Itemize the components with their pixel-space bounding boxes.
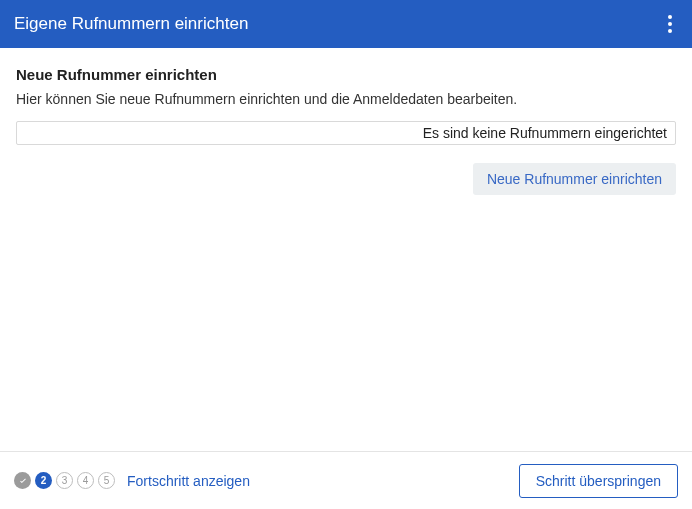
step-2-current: 2 [35,472,52,489]
number-list-empty: Es sind keine Rufnummern eingerichtet [16,121,676,145]
step-5-upcoming: 5 [98,472,115,489]
step-3-upcoming: 3 [56,472,73,489]
skip-step-button[interactable]: Schritt überspringen [519,464,678,498]
section-description: Hier können Sie neue Rufnummern einricht… [16,91,676,107]
show-progress-link[interactable]: Fortschritt anzeigen [127,473,250,489]
more-menu-icon[interactable] [662,9,678,39]
page-title: Eigene Rufnummern einrichten [14,14,248,34]
step-1-completed [14,472,31,489]
progress-steps: 2 3 4 5 Fortschritt anzeigen [14,472,250,489]
main-content: Neue Rufnummer einrichten Hier können Si… [0,48,692,451]
check-icon [18,476,28,486]
step-4-upcoming: 4 [77,472,94,489]
section-title: Neue Rufnummer einrichten [16,66,676,83]
wizard-footer: 2 3 4 5 Fortschritt anzeigen Schritt übe… [0,451,692,509]
new-number-button[interactable]: Neue Rufnummer einrichten [473,163,676,195]
header-bar: Eigene Rufnummern einrichten [0,0,692,48]
